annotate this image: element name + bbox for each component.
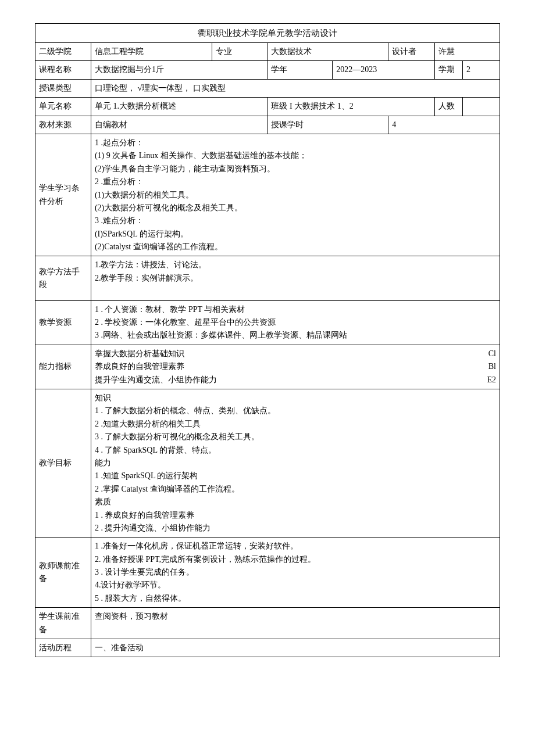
doc-title: 衢职职业技术学院单元教学活动设计 [35,24,500,43]
ability-row-code: Bl [488,360,496,373]
label-major: 专业 [212,43,268,61]
value-count [463,98,500,116]
value-major: 大数据技术 [268,43,388,61]
label-textbook: 教材来源 [35,116,91,134]
value-student-prep: 查阅资料，预习教材 [91,608,500,639]
ability-row-text: 提升学生沟通交流、小组协作能力 [95,374,217,386]
value-textbook: 自编教材 [91,116,268,134]
label-count: 人数 [435,98,463,116]
value-method: 1.教学方法：讲授法、讨论法。 2.教学手段：实例讲解演示。 [91,256,500,300]
label-teacher-prep: 教师课前准备 [35,538,91,608]
label-teachtype: 授课类型 [35,79,91,97]
label-year: 学年 [268,61,333,79]
label-ability: 能力指标 [35,345,91,389]
ability-row-text: 掌握大数据分析基础知识 [95,347,184,360]
label-student-prep: 学生课前准备 [35,608,91,639]
value-ability: 掌握大数据分析基础知识Cl 养成良好的自我管理素养Bl 提升学生沟通交流、小组协… [91,345,500,389]
label-process: 活动历程 [35,639,91,657]
label-term: 学期 [435,61,463,79]
value-class: 班级 I 大数据技术 1、2 [268,98,435,116]
label-resource: 教学资源 [35,300,91,345]
value-designer: 许慧 [435,43,500,61]
label-hours: 授课学时 [268,116,388,134]
value-term: 2 [463,61,500,79]
value-teacher-prep: 1 .准备好一体化机房，保证机器正常运转，安装好软件。 2. 准备好授课 PPT… [91,538,500,608]
lesson-design-table: 衢职职业技术学院单元教学活动设计 二级学院 信息工程学院 专业 大数据技术 设计… [35,23,500,657]
value-study-cond: 1 .起点分析： (1) 9 次具备 Linux 相关操作、大数据基础运维的基本… [91,134,500,256]
value-goal: 知识 1 . 了解大数据分析的概念、特点、类别、优缺点。 2 .知道大数据分析的… [91,389,500,537]
value-teachtype: 口理论型， √理实一体型， 口实践型 [91,79,500,97]
label-study-cond: 学生学习条件分析 [35,134,91,256]
label-method: 教学方法手段 [35,256,91,300]
ability-row-text: 养成良好的自我管理素养 [95,360,184,373]
value-year: 2022—2023 [333,61,435,79]
value-hours: 4 [388,116,500,134]
value-unit: 单元 1.大数据分析概述 [91,98,268,116]
label-course: 课程名称 [35,61,91,79]
label-unit: 单元名称 [35,98,91,116]
value-course: 大数据挖掘与分1斤 [91,61,268,79]
value-process: 一、准备活动 [91,639,500,657]
ability-row-code: E2 [487,374,496,386]
label-college: 二级学院 [35,43,91,61]
label-goal: 教学目标 [35,389,91,537]
label-designer: 设计者 [388,43,435,61]
value-college: 信息工程学院 [91,43,212,61]
value-resource: 1 . 个人资源：教材、教学 PPT 与相关素材 2 . 学校资源：一体化教室、… [91,300,500,345]
ability-row-code: Cl [488,347,496,360]
